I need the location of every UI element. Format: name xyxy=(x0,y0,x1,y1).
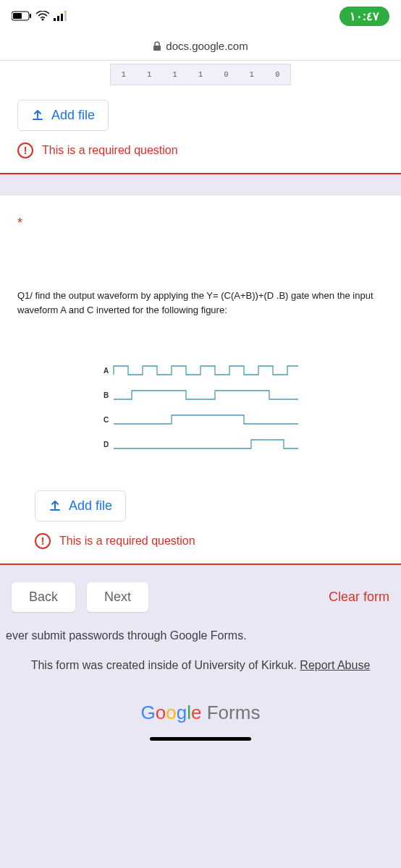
next-button[interactable]: Next xyxy=(87,582,148,612)
waveform-figure: A B C D xyxy=(17,360,384,454)
question-card-top-fragment: 1 1 1 1 0 1 0 Add file ! This is a requi… xyxy=(0,61,401,174)
url-text: docs.google.com xyxy=(166,40,248,52)
forms-text: Forms xyxy=(202,702,261,723)
url-bar[interactable]: docs.google.com xyxy=(0,32,401,61)
waveform-label-a: A xyxy=(104,367,109,375)
error-message: ! This is a required question xyxy=(35,533,384,549)
table-cell: 1 xyxy=(122,71,126,79)
question-text: Q1/ find the output waveform by applying… xyxy=(17,289,384,317)
clear-form-link[interactable]: Clear form xyxy=(329,590,389,605)
table-cell: 0 xyxy=(224,71,228,79)
svg-rect-9 xyxy=(153,46,161,51)
svg-rect-7 xyxy=(64,12,67,21)
footer-warning: ever submit passwords through Google For… xyxy=(0,629,401,657)
waveform-label-c: C xyxy=(104,416,109,424)
waveform-label-d: D xyxy=(104,441,109,448)
time-badge: ١٠:٤٧ xyxy=(339,7,389,26)
error-text: This is a required question xyxy=(42,144,178,157)
upload-icon xyxy=(31,109,44,122)
table-cell: 1 xyxy=(147,71,151,79)
upload-icon xyxy=(48,500,62,513)
svg-point-3 xyxy=(42,19,44,21)
error-icon: ! xyxy=(35,533,51,549)
required-asterisk: * xyxy=(17,216,384,231)
error-message: ! This is a required question xyxy=(17,142,401,158)
signal-icon xyxy=(54,11,68,21)
wifi-icon xyxy=(36,11,49,21)
svg-rect-6 xyxy=(61,14,63,21)
add-file-label: Add file xyxy=(69,498,112,514)
status-bar: ١٠:٤٧ xyxy=(0,0,401,32)
table-cell: 1 xyxy=(250,71,254,79)
home-indicator[interactable] xyxy=(150,737,251,741)
report-abuse-link[interactable]: Report Abuse xyxy=(300,659,370,671)
back-button[interactable]: Back xyxy=(12,582,75,612)
add-file-button[interactable]: Add file xyxy=(17,100,109,131)
battery-icon xyxy=(12,11,32,21)
add-file-label: Add file xyxy=(51,108,95,123)
svg-rect-4 xyxy=(54,18,56,21)
google-forms-logo[interactable]: Google Forms xyxy=(0,702,401,724)
svg-rect-5 xyxy=(57,16,59,21)
table-fragment: 1 1 1 1 0 1 0 xyxy=(0,61,401,100)
table-placeholder: 1 1 1 1 0 1 0 xyxy=(110,64,291,85)
question-card: * Q1/ find the output waveform by applyi… xyxy=(0,195,401,565)
nav-row: Back Next Clear form xyxy=(0,565,401,629)
status-left xyxy=(12,11,68,21)
error-text: This is a required question xyxy=(59,535,195,548)
lock-icon xyxy=(153,41,161,51)
waveform-label-b: B xyxy=(104,391,109,399)
table-cell: 1 xyxy=(173,71,177,79)
svg-rect-2 xyxy=(30,14,31,18)
footer-created: This form was created inside of Universi… xyxy=(0,657,401,692)
table-cell: 0 xyxy=(275,71,279,79)
table-cell: 1 xyxy=(198,71,203,79)
error-icon: ! xyxy=(17,142,33,158)
add-file-button[interactable]: Add file xyxy=(35,490,126,522)
svg-rect-1 xyxy=(13,13,22,19)
footer-created-text: This form was created inside of Universi… xyxy=(31,659,300,671)
